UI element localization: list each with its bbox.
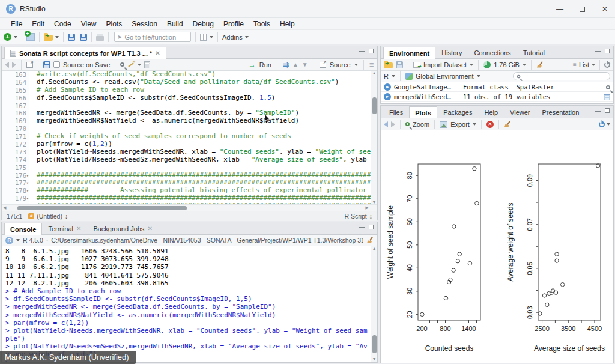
zoom-plot-button[interactable]: Zoom bbox=[413, 121, 429, 128]
environment-object-row[interactable]: ▶mergedWithSeed…11 obs. of 19 variables bbox=[381, 92, 613, 102]
find-replace-icon[interactable] bbox=[120, 62, 124, 67]
tab-background-jobs[interactable]: Background Jobs✕ bbox=[87, 222, 158, 234]
print-icon[interactable] bbox=[96, 36, 104, 41]
menu-help[interactable]: Help bbox=[275, 19, 300, 29]
memory-caret-icon[interactable] bbox=[523, 64, 526, 66]
fold-marker-icon[interactable]: ▾ bbox=[26, 180, 29, 187]
pane-minimize-icon[interactable] bbox=[595, 50, 601, 52]
code-editor[interactable]: 1631641651661671681691701711721731741751… bbox=[2, 71, 377, 204]
run-button[interactable]: Run bbox=[259, 61, 271, 68]
language-selector[interactable]: R bbox=[384, 73, 389, 80]
document-selector[interactable]: # (Untitled) ↕ bbox=[28, 213, 68, 220]
export-plot-icon[interactable] bbox=[440, 121, 447, 128]
editor-vscroll-thumb[interactable] bbox=[372, 97, 377, 114]
window-maximize-button[interactable] bbox=[580, 7, 585, 12]
clear-environment-icon[interactable] bbox=[536, 61, 544, 68]
tab-packages[interactable]: Packages bbox=[437, 106, 478, 118]
editor-save-icon[interactable] bbox=[43, 61, 50, 68]
window-minimize-button[interactable]: — bbox=[556, 5, 564, 13]
popout-editor-icon[interactable] bbox=[26, 62, 33, 68]
window-close-button[interactable]: ✕ bbox=[601, 5, 609, 13]
import-dataset-icon[interactable] bbox=[413, 62, 420, 68]
workspace-panes-icon[interactable] bbox=[200, 34, 207, 41]
open-file-dropdown-icon[interactable] bbox=[55, 36, 59, 38]
editor-vertical-scrollbar[interactable]: ▲ ▼ bbox=[371, 71, 377, 204]
menu-edit[interactable]: Edit bbox=[27, 19, 49, 29]
source-caret-icon[interactable] bbox=[354, 64, 358, 66]
zoom-plot-icon[interactable] bbox=[405, 122, 410, 126]
save-icon[interactable] bbox=[68, 34, 75, 41]
go-prev-section-icon[interactable]: ▲ bbox=[292, 61, 298, 68]
menu-code[interactable]: Code bbox=[49, 19, 76, 29]
environment-object-row[interactable]: ▶GoogleSatImage…Formal class SpatRaster bbox=[381, 82, 613, 92]
open-file-icon[interactable] bbox=[44, 35, 53, 41]
document-outline-icon[interactable]: ≣ bbox=[369, 61, 374, 68]
menu-profile[interactable]: Profile bbox=[219, 19, 249, 29]
remove-plot-icon[interactable]: ✕ bbox=[486, 121, 494, 128]
tab-history[interactable]: History bbox=[435, 46, 468, 58]
pane-minimize-icon[interactable] bbox=[359, 50, 365, 52]
tab-presentation[interactable]: Presentation bbox=[536, 106, 586, 118]
clear-plots-icon[interactable] bbox=[504, 121, 511, 128]
new-project-icon[interactable] bbox=[26, 33, 35, 41]
console-scrollbar[interactable]: ▲ ▼ bbox=[371, 246, 377, 362]
tab-environment[interactable]: Environment bbox=[383, 47, 435, 59]
tab-plots[interactable]: Plots bbox=[409, 106, 437, 118]
pane-maximize-icon[interactable] bbox=[605, 49, 610, 53]
tab-viewer[interactable]: Viewer bbox=[504, 106, 536, 118]
tab-connections[interactable]: Connections bbox=[468, 46, 517, 58]
editor-hscroll-thumb[interactable] bbox=[17, 206, 187, 210]
tab-tutorial[interactable]: Tutorial bbox=[517, 46, 551, 58]
panes-dropdown-icon[interactable] bbox=[210, 36, 213, 38]
menu-tools[interactable]: Tools bbox=[249, 19, 275, 29]
new-file-icon[interactable]: + bbox=[4, 33, 11, 41]
memory-usage-icon[interactable] bbox=[483, 61, 491, 68]
publish-refresh-icon[interactable] bbox=[599, 121, 605, 127]
source-on-save-checkbox[interactable] bbox=[53, 61, 60, 68]
environment-search-input[interactable] bbox=[523, 73, 601, 80]
file-type-selector[interactable]: R Script ↕ bbox=[344, 213, 372, 220]
load-workspace-icon[interactable] bbox=[384, 62, 393, 68]
console-output[interactable]: ▲ ▼ 8 8 6.1.5.jpg 1606 3248.566 510.5891… bbox=[2, 246, 377, 362]
goto-file-input[interactable] bbox=[124, 34, 184, 41]
menu-session[interactable]: Session bbox=[127, 19, 162, 29]
tab-close-icon[interactable]: ✕ bbox=[147, 225, 152, 232]
save-all-icon[interactable] bbox=[80, 34, 87, 41]
go-next-section-icon[interactable]: ▼ bbox=[302, 61, 308, 68]
rerun-icon[interactable]: ⇉ bbox=[283, 61, 289, 69]
menu-view[interactable]: View bbox=[76, 19, 101, 29]
goto-file-box[interactable]: ➤ bbox=[114, 32, 191, 42]
previous-plot-icon[interactable] bbox=[384, 121, 388, 127]
forward-icon[interactable] bbox=[12, 62, 16, 68]
tab-files[interactable]: Files bbox=[383, 106, 409, 118]
pane-minimize-icon[interactable] bbox=[595, 110, 601, 112]
r-version-caret-icon[interactable] bbox=[16, 239, 20, 241]
tab-help[interactable]: Help bbox=[478, 106, 504, 118]
tab-terminal[interactable]: Terminal✕ bbox=[42, 222, 87, 234]
editor-code-area[interactable]: #write.csv(df.SeedCounts,"df SeedCounts.… bbox=[29, 71, 377, 204]
fold-marker-icon[interactable]: ▾ bbox=[26, 195, 29, 203]
environment-search-box[interactable] bbox=[513, 72, 610, 80]
save-workspace-icon[interactable] bbox=[396, 61, 403, 68]
refresh-environment-icon[interactable] bbox=[604, 62, 610, 68]
menu-debug[interactable]: Debug bbox=[188, 19, 219, 29]
fold-marker-icon[interactable]: ▾ bbox=[26, 172, 29, 180]
console-clear-icon[interactable] bbox=[366, 237, 374, 244]
menu-file[interactable]: File bbox=[6, 19, 27, 29]
source-tab[interactable]: Sonata R script concepts for WP1 T1.3 ..… bbox=[4, 47, 166, 59]
compile-report-icon[interactable] bbox=[144, 61, 150, 68]
pane-maximize-icon[interactable] bbox=[369, 225, 374, 229]
pane-minimize-icon[interactable] bbox=[359, 226, 365, 228]
menu-build[interactable]: Build bbox=[162, 19, 188, 29]
list-view-button[interactable]: List bbox=[579, 61, 589, 68]
code-tools-icon[interactable] bbox=[127, 61, 135, 68]
environment-selector[interactable]: Global Environment bbox=[416, 73, 474, 80]
source-button[interactable]: Source bbox=[330, 61, 351, 68]
addins-button[interactable]: Addins bbox=[222, 34, 249, 41]
export-plot-button[interactable]: Export bbox=[450, 121, 470, 128]
open-dataframe-icon[interactable] bbox=[604, 93, 610, 100]
pane-maximize-icon[interactable] bbox=[605, 108, 610, 113]
view-object-icon[interactable] bbox=[606, 83, 610, 91]
menu-plots[interactable]: Plots bbox=[101, 19, 127, 29]
console-scroll-thumb[interactable] bbox=[372, 335, 377, 353]
